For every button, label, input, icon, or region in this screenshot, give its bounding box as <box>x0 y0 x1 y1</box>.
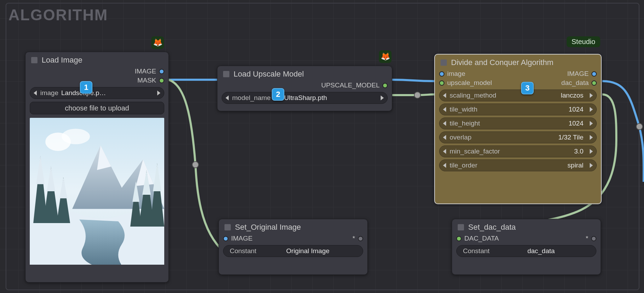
arrow-left-icon[interactable] <box>443 163 446 168</box>
arrow-left-icon[interactable] <box>226 95 229 100</box>
node-graph-canvas[interactable]: ALGORITHM Load Image IMAGE <box>0 0 644 293</box>
collapse-box-icon[interactable] <box>441 59 447 66</box>
port-out-wildcard[interactable] <box>358 236 363 241</box>
widget-model-name[interactable]: model_name 4x-UltraSharp.pth <box>222 92 388 104</box>
widget-tile-order[interactable]: tile_order spiral <box>439 159 597 171</box>
node-set-original-image[interactable]: Set_Original Image IMAGE * Constant Orig… <box>219 219 368 275</box>
collapse-box-icon[interactable] <box>31 57 37 63</box>
port-out-dac-data[interactable] <box>591 80 597 86</box>
node-header: Load Upscale Model <box>217 66 392 81</box>
port-in-image[interactable] <box>439 71 444 77</box>
port-out-image[interactable] <box>159 69 164 74</box>
port-out-image[interactable] <box>591 71 597 77</box>
node-divide-and-conquer[interactable]: Divide and Conquer Algorithm image IMAGE… <box>434 54 602 204</box>
node-load-upscale-model[interactable]: Load Upscale Model UPSCALE_MODEL model_n… <box>217 66 392 111</box>
output-wildcard[interactable]: * <box>586 235 596 242</box>
input-dac-data[interactable]: DAC_DATA <box>456 235 499 242</box>
node-title: Load Image <box>42 56 82 65</box>
collapse-box-icon[interactable] <box>458 224 464 230</box>
arrow-right-icon[interactable] <box>590 107 593 112</box>
arrow-left-icon[interactable] <box>443 107 446 112</box>
port-in-image[interactable] <box>223 236 228 241</box>
image-preview <box>30 118 164 266</box>
arrow-right-icon[interactable] <box>590 121 593 126</box>
fox-badge-icon: 🦊 <box>379 50 392 63</box>
reroute-dot[interactable] <box>414 92 421 99</box>
port-in-dac-data[interactable] <box>456 236 462 241</box>
node-title: Set_dac_data <box>468 223 516 232</box>
output-upscale-model[interactable]: UPSCALE_MODEL <box>321 81 388 89</box>
node-title: Divide and Conquer Algorithm <box>451 58 553 67</box>
svg-point-2 <box>62 129 90 144</box>
node-header: Set_Original Image <box>219 219 367 234</box>
steudio-tag: Steudio <box>567 36 600 47</box>
node-set-dac-data[interactable]: Set_dac_data DAC_DATA * Constant dac_dat… <box>452 219 601 275</box>
annotation-badge-2: 2 <box>272 88 284 101</box>
reroute-dot[interactable] <box>192 161 199 168</box>
input-image[interactable]: IMAGE <box>223 235 252 242</box>
annotation-badge-3: 3 <box>521 82 534 94</box>
annotation-badge-1: 1 <box>80 81 92 94</box>
widget-min-scale-factor[interactable]: min_scale_factor 3.0 <box>439 145 597 157</box>
choose-file-button[interactable]: choose file to upload <box>30 102 164 114</box>
port-out-wildcard[interactable] <box>591 236 596 241</box>
widget-image[interactable]: image Landscape.p… <box>30 87 164 99</box>
input-upscale-model[interactable]: upscale_model <box>439 79 492 87</box>
node-title: Set_Original Image <box>235 223 301 232</box>
arrow-right-icon[interactable] <box>590 163 593 168</box>
input-image[interactable]: image <box>439 70 465 78</box>
arrow-right-icon[interactable] <box>590 149 593 154</box>
node-header: Divide and Conquer Algorithm <box>435 55 601 69</box>
output-wildcard[interactable]: * <box>353 235 363 242</box>
widget-tile-width[interactable]: tile_width 1024 <box>439 103 597 115</box>
arrow-left-icon[interactable] <box>443 93 446 98</box>
widget-tile-height[interactable]: tile_height 1024 <box>439 117 597 129</box>
arrow-left-icon[interactable] <box>443 121 446 126</box>
node-header: Set_dac_data <box>452 219 601 234</box>
arrow-right-icon[interactable] <box>590 93 593 98</box>
arrow-right-icon[interactable] <box>590 135 593 140</box>
widget-constant[interactable]: Constant Original Image <box>223 245 363 257</box>
output-mask[interactable]: MASK <box>137 77 164 84</box>
port-out-mask[interactable] <box>159 78 164 83</box>
fox-badge-icon: 🦊 <box>151 36 164 49</box>
node-header: Load Image <box>26 52 168 67</box>
widget-scaling-method[interactable]: scaling_method lanczos <box>439 90 597 101</box>
port-in-upscale-model[interactable] <box>439 80 444 86</box>
output-image[interactable]: IMAGE <box>135 67 164 75</box>
output-dac-data[interactable]: dac_data <box>561 79 597 87</box>
arrow-right-icon[interactable] <box>157 91 160 95</box>
port-out-upscale-model[interactable] <box>382 83 388 88</box>
widget-overlap[interactable]: overlap 1/32 Tile <box>439 131 597 143</box>
arrow-left-icon[interactable] <box>34 91 37 95</box>
arrow-left-icon[interactable] <box>443 149 446 154</box>
collapse-box-icon[interactable] <box>224 224 231 230</box>
arrow-right-icon[interactable] <box>381 95 384 100</box>
output-image[interactable]: IMAGE <box>567 70 597 78</box>
collapse-box-icon[interactable] <box>223 71 229 77</box>
reroute-dot[interactable] <box>636 123 643 130</box>
node-title: Load Upscale Model <box>234 70 304 79</box>
group-title: ALGORITHM <box>8 6 108 24</box>
node-load-image[interactable]: Load Image IMAGE MASK image Landscape.p…… <box>25 52 169 283</box>
arrow-left-icon[interactable] <box>443 135 446 140</box>
widget-constant[interactable]: Constant dac_data <box>456 245 596 257</box>
